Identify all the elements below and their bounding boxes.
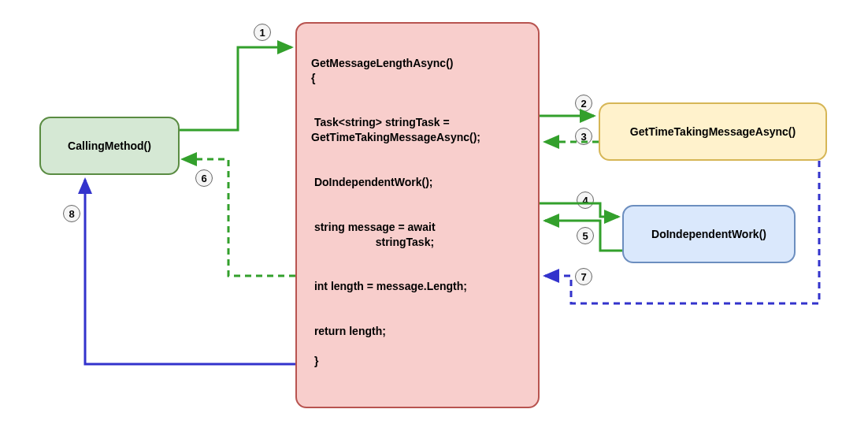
- step-number: 1: [259, 27, 265, 39]
- step-badge-6: 6: [195, 169, 213, 187]
- code-line: }: [311, 355, 318, 367]
- code-line: stringTask;: [311, 236, 434, 248]
- step-badge-8: 8: [63, 205, 80, 222]
- step-number: 3: [581, 131, 586, 143]
- step-number: 8: [69, 208, 74, 220]
- code-line: int length = message.Length;: [311, 280, 467, 292]
- calling-method-label: CallingMethod(): [68, 139, 151, 154]
- do-independent-work-box: DoIndependentWork(): [622, 205, 796, 263]
- step-badge-2: 2: [575, 95, 592, 112]
- step-badge-1: 1: [254, 24, 271, 41]
- step-badge-7: 7: [575, 268, 592, 285]
- arrow-1: [180, 47, 291, 130]
- arrow-8: [85, 180, 295, 364]
- step-number: 2: [581, 98, 586, 110]
- calling-method-box: CallingMethod(): [39, 117, 180, 175]
- step-number: 5: [582, 230, 588, 242]
- code-line: {: [311, 72, 315, 84]
- code-line: DoIndependentWork();: [311, 176, 433, 188]
- code-line: return length;: [311, 325, 386, 337]
- code-line: Task<string> stringTask =: [311, 116, 450, 128]
- code-line: GetTimeTakingMessageAsync();: [311, 131, 480, 143]
- step-number: 6: [201, 173, 206, 184]
- step-number: 7: [581, 271, 586, 283]
- step-badge-4: 4: [577, 192, 594, 209]
- step-badge-5: 5: [577, 227, 594, 244]
- diagram-stage: CallingMethod() GetMessageLengthAsync() …: [0, 0, 868, 424]
- get-time-taking-label: GetTimeTakingMessageAsync(): [630, 125, 796, 139]
- step-number: 4: [582, 195, 588, 206]
- code-line: string message = await: [311, 221, 436, 233]
- get-time-taking-box: GetTimeTakingMessageAsync(): [599, 102, 827, 161]
- step-badge-3: 3: [575, 128, 592, 145]
- async-method-box: GetMessageLengthAsync() { Task<string> s…: [295, 22, 540, 408]
- do-independent-work-label: DoIndependentWork(): [651, 227, 766, 242]
- code-line: GetMessageLengthAsync(): [311, 57, 453, 69]
